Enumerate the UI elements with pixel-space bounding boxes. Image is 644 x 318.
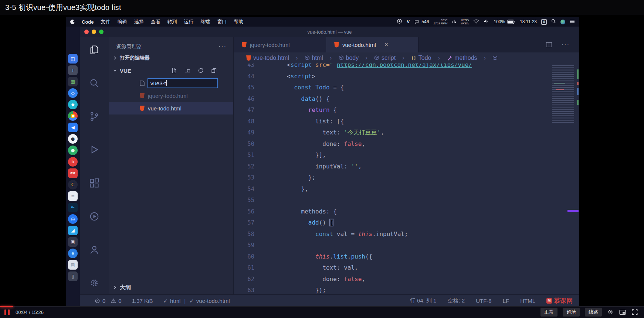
menu-go[interactable]: 转到: [167, 18, 177, 25]
breadcrumb-script[interactable]: script: [374, 55, 396, 61]
breadcrumb-todo[interactable]: Todo: [411, 55, 431, 61]
run-debug-icon[interactable]: [88, 143, 101, 156]
dock-icon-youdao[interactable]: 有道: [68, 168, 78, 178]
minimize-window-button[interactable]: [92, 30, 96, 34]
code-line-54[interactable]: 54 },: [234, 184, 579, 195]
dock-icon-screenshot-app[interactable]: ▣: [68, 237, 78, 247]
code-line-44[interactable]: 44<script>: [234, 71, 579, 82]
search-icon[interactable]: [88, 77, 101, 89]
dock-icon-photoshop[interactable]: Ps: [68, 203, 78, 212]
globe-icon[interactable]: [560, 20, 565, 24]
code-line-49[interactable]: 49 text: '今天打豆豆',: [234, 127, 579, 139]
symbol-cube-icon[interactable]: [492, 55, 498, 61]
line-button[interactable]: 线路: [585, 308, 602, 317]
code-line-55[interactable]: 55: [234, 195, 579, 206]
menu-terminal[interactable]: 终端: [201, 18, 210, 25]
code-line-48[interactable]: 48 list: [{: [234, 116, 579, 127]
explorer-icon[interactable]: [88, 44, 101, 56]
breadcrumb-body[interactable]: body: [339, 55, 359, 61]
dock-icon-chrome[interactable]: [68, 111, 78, 121]
code-line-57[interactable]: 57 add() {: [234, 217, 579, 229]
account-icon[interactable]: [88, 243, 101, 256]
dock-icon-dark-c-browser[interactable]: C: [68, 180, 78, 189]
code-line-43[interactable]: 43<script src=" https://cdn.bootcdn.net/…: [234, 64, 579, 71]
minimap[interactable]: [552, 65, 574, 123]
new-folder-icon[interactable]: [184, 68, 190, 73]
progress-track[interactable]: [0, 306, 644, 307]
pause-button[interactable]: [4, 310, 10, 315]
dock-icon-trash[interactable]: ▯: [68, 271, 78, 281]
wifi-icon[interactable]: [473, 19, 479, 25]
control-center-icon[interactable]: [570, 19, 575, 25]
code-line-61[interactable]: 61 text: val,: [234, 262, 579, 274]
dock-icon-light-app[interactable]: ▤: [68, 260, 78, 270]
dock-icon-terminal-dark[interactable]: ▦: [68, 77, 78, 86]
volume-icon[interactable]: [484, 19, 489, 25]
open-editors-section[interactable]: 打开的编辑器: [109, 52, 233, 64]
zoom-window-button[interactable]: [99, 30, 104, 34]
menu-run[interactable]: 运行: [184, 18, 194, 25]
dock-icon-wechat[interactable]: ●: [68, 146, 78, 155]
cursor-position[interactable]: 行 64, 列 1: [410, 297, 437, 304]
code-line-56[interactable]: 56 methods: {: [234, 206, 579, 218]
dock-icon-utility-dark[interactable]: +: [68, 65, 78, 75]
scrollbar-accent[interactable]: [567, 210, 579, 212]
eol-setting[interactable]: LF: [503, 298, 509, 304]
code-line-60[interactable]: 60 this.list.push({: [234, 251, 579, 263]
spotlight-search-icon[interactable]: [551, 19, 556, 25]
breadcrumb-file[interactable]: vue-todo.html: [246, 55, 289, 61]
split-editor-icon[interactable]: [545, 41, 553, 48]
player-settings-gear-icon[interactable]: [607, 309, 614, 315]
menu-app-name[interactable]: Code: [82, 19, 94, 25]
code-line-46[interactable]: 46 data() {: [234, 93, 579, 105]
source-control-icon[interactable]: [88, 110, 101, 123]
code-line-63[interactable]: 63 });: [234, 285, 579, 294]
apple-menu-icon[interactable]: [70, 20, 75, 24]
sidebar-more-icon[interactable]: ···: [218, 43, 227, 50]
code-editor[interactable]: 43<script src=" https://cdn.bootcdn.net/…: [234, 64, 579, 294]
file-item-vue-todo[interactable]: vue-todo.html: [109, 102, 233, 114]
input-method-icon[interactable]: A: [541, 19, 547, 25]
dock-icon-safari[interactable]: ◇: [68, 88, 78, 98]
menu-help[interactable]: 帮助: [234, 18, 244, 25]
dock-icon-maps[interactable]: ◎: [68, 214, 78, 224]
run-circle-icon[interactable]: [88, 210, 101, 223]
battery-status[interactable]: 100%: [494, 19, 515, 24]
extensions-icon[interactable]: [88, 177, 101, 189]
quality-button[interactable]: 超清: [563, 308, 580, 317]
code-line-51[interactable]: 51 }],: [234, 150, 579, 161]
code-line-59[interactable]: 59: [234, 240, 579, 251]
close-tab-icon[interactable]: ×: [384, 41, 388, 48]
new-file-icon[interactable]: [171, 68, 177, 73]
refresh-icon[interactable]: [198, 68, 204, 73]
dock-icon-notes[interactable]: ≡: [68, 191, 78, 201]
dock-icon-qq[interactable]: ●: [68, 134, 78, 144]
temp-fan-readout[interactable]: 62°C 1763 RPM: [433, 18, 447, 25]
code-line-58[interactable]: 58 const val = this.inputVal;: [234, 229, 579, 240]
indent-setting[interactable]: 空格: 2: [447, 297, 465, 304]
file-item-jquery-todo[interactable]: jquery-todo.html: [109, 89, 233, 102]
tab-vue-todo[interactable]: vue-todo.html ×: [326, 37, 418, 52]
settings-gear-icon[interactable]: [88, 277, 101, 289]
breadcrumb-html[interactable]: html: [305, 55, 323, 61]
menu-edit[interactable]: 编辑: [118, 18, 127, 25]
vscode-titlebar[interactable]: vue-todo.html — vue: [80, 27, 579, 37]
code-line-52[interactable]: 52 inputVal: '',: [234, 161, 579, 172]
outline-section[interactable]: 大纲: [109, 280, 233, 294]
stats-chart-icon[interactable]: [452, 19, 457, 25]
more-actions-icon[interactable]: ···: [562, 41, 570, 48]
menu-selection[interactable]: 选择: [134, 18, 144, 25]
lint-status[interactable]: ✓ html | ✓ vue-todo.html: [163, 298, 230, 304]
folder-section-vue[interactable]: VUE: [109, 64, 233, 77]
message-count[interactable]: 546: [414, 19, 429, 24]
code-line-50[interactable]: 50 done: false,: [234, 139, 579, 150]
breadcrumb-methods[interactable]: methods: [447, 55, 477, 61]
encoding-setting[interactable]: UTF-8: [476, 298, 492, 304]
speed-button[interactable]: 正常: [540, 308, 557, 317]
language-mode[interactable]: HTML: [520, 298, 535, 304]
new-file-name-input[interactable]: vue3-t: [148, 78, 218, 88]
tab-jquery-todo[interactable]: jquery-todo.html: [234, 37, 326, 52]
menubar-clock[interactable]: 18:11:23: [520, 19, 537, 24]
menu-view[interactable]: 查看: [151, 18, 160, 25]
network-speed-readout[interactable]: 0KB/s 0KB/s: [461, 18, 469, 25]
